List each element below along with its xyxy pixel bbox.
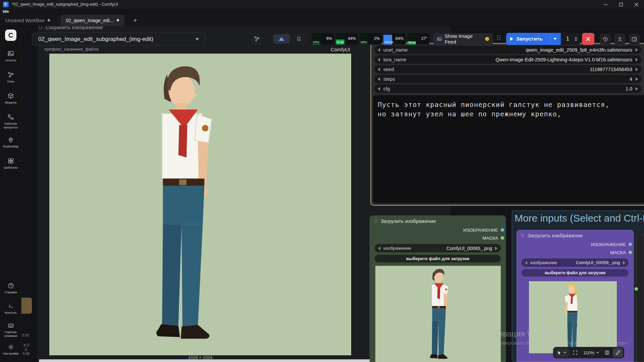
generated-image[interactable] [49, 54, 351, 355]
workflow-selector[interactable]: 02_qwen_Image_edit_subgraphed_(img-edit) [32, 33, 205, 46]
next-value-arrow-icon[interactable] [636, 48, 638, 52]
prev-image-arrow-icon[interactable] [378, 247, 380, 250]
drag-handle[interactable] [497, 35, 501, 40]
sidebar-item-templates[interactable]: Шаблоны [0, 158, 21, 170]
theme-mode-button[interactable] [273, 34, 290, 44]
node-collapse-dot[interactable] [39, 26, 42, 29]
prev-value-arrow-icon[interactable] [378, 48, 380, 52]
sidebar-item-nodesmap[interactable]: NodesMap [0, 136, 21, 148]
run-button[interactable]: Запустить [506, 33, 561, 45]
widget-row-steps[interactable]: steps 4 [374, 75, 641, 83]
sidebar-item-hotkeys[interactable]: Горячие клавиши [0, 322, 21, 338]
widget-value: Qwen-Image-Edit-2509-Lightning-4steps-V1… [495, 57, 632, 62]
cancel-run-button[interactable] [582, 33, 594, 45]
show-image-feed-button[interactable]: Show Image Feed [433, 33, 493, 45]
image-widget-row[interactable]: изображение ComfyUI_00065_.png [375, 244, 501, 252]
widget-row-unet-name[interactable]: unet_name qwen_image_edit_2509_fp8_e4m3f… [374, 46, 641, 54]
node-title-text: Загрузить изображение [528, 233, 583, 238]
fit-view-icon [573, 350, 578, 355]
image-output-port[interactable] [629, 243, 632, 246]
pioneer-man-preview [406, 266, 470, 362]
zoom-level-button[interactable]: 110% [581, 348, 601, 357]
assets-icon [7, 50, 14, 57]
prev-value-arrow-icon[interactable] [378, 68, 380, 71]
decrement-icon[interactable] [575, 40, 577, 41]
comfyui-logo[interactable]: C [5, 29, 16, 41]
image-output-port[interactable] [501, 228, 504, 232]
upload-file-button[interactable]: выберите файл для загрузки [522, 269, 629, 277]
increment-icon[interactable] [575, 37, 577, 39]
temp-meter: Temp 27° [407, 33, 429, 45]
sidebar-item-label: Справка [4, 291, 17, 294]
minimize-button[interactable] [598, 0, 613, 9]
next-image-arrow-icon[interactable] [623, 261, 625, 264]
stat-label: CPU [313, 41, 319, 44]
prompt-textarea[interactable]: Пусть этот красный пионерский галстук не… [373, 95, 644, 203]
canvas-mode-toggle[interactable] [272, 33, 308, 45]
prompt-line: Пусть этот красный пионерский галстук не… [378, 100, 641, 109]
sidebar-item-label: Консоль [5, 311, 17, 315]
canvas-fragment: 8 [7 [23, 343, 30, 347]
node-collapse-dot[interactable] [374, 219, 377, 223]
run-options-chevron-icon[interactable] [553, 38, 557, 40]
prev-value-arrow-icon[interactable] [378, 77, 380, 81]
widget-row-seed[interactable]: seed 1118877715456453 [374, 65, 641, 73]
maximize-icon [619, 3, 623, 6]
canvas-fragment: 0.00 [22, 333, 29, 337]
toggle-links-button[interactable] [613, 348, 623, 357]
next-value-arrow-icon[interactable] [636, 77, 638, 81]
history-button[interactable] [600, 34, 611, 45]
stat-label: VRAM [384, 41, 393, 44]
node-collapse-dot[interactable] [521, 234, 524, 237]
subgraph-nodes-button[interactable] [252, 34, 262, 44]
new-tab-button[interactable]: + [130, 16, 140, 25]
sidebar-item-workflows[interactable]: Рабочие процессы [0, 114, 21, 129]
upload-file-button[interactable]: выберите файл для загрузки [375, 255, 501, 262]
output-label: МАСКА [482, 236, 498, 241]
tab-active-workflow[interactable]: 02_qwen_Image_edi... [60, 15, 124, 26]
widget-name: cfg [383, 86, 390, 92]
minimap-icon [604, 350, 610, 355]
filename-prefix-widget[interactable]: префикс_названия_файла ComfyUI [44, 47, 350, 52]
batch-count-stepper[interactable]: 1 [561, 33, 580, 45]
pointer-tool-button[interactable] [554, 348, 569, 357]
prev-value-arrow-icon[interactable] [378, 87, 380, 90]
bookmark-button[interactable] [291, 34, 307, 44]
sidebar-item-label: Ассеты [5, 59, 16, 62]
sidebar-item-assets[interactable]: Ассеты [0, 50, 21, 62]
next-value-arrow-icon[interactable] [636, 68, 638, 71]
node-header[interactable]: Загрузить изображение [370, 216, 505, 226]
user-account-button[interactable] [614, 34, 626, 45]
next-value-arrow-icon[interactable] [636, 58, 638, 61]
mask-output-port[interactable] [501, 236, 504, 240]
fit-view-button[interactable] [570, 348, 580, 357]
minimap-button[interactable] [602, 348, 612, 357]
prev-value-arrow-icon[interactable] [378, 58, 380, 61]
next-value-arrow-icon[interactable] [636, 87, 638, 90]
mask-output-port[interactable] [629, 251, 632, 254]
widget-row-lora-name[interactable]: lora_name Qwen-Image-Edit-2509-Lightning… [374, 55, 641, 64]
sidebar-item-models[interactable]: Модели [0, 93, 21, 105]
widget-row-cfg[interactable]: cfg 1.0 [374, 84, 641, 93]
sidebar-item-help[interactable]: Справка [0, 283, 21, 294]
templates-icon [7, 158, 14, 164]
widget-value: ComfyUI [331, 47, 350, 52]
sidebar-item-console[interactable]: Консоль [0, 303, 21, 315]
toggle-panel-button[interactable] [629, 34, 640, 45]
prev-image-arrow-icon[interactable] [525, 261, 527, 264]
tab-unsaved-workflow[interactable]: Unsaved Workflow [0, 15, 55, 26]
next-image-arrow-icon[interactable] [495, 247, 497, 250]
widget-name: lora_name [383, 57, 407, 62]
maximize-button[interactable] [613, 0, 629, 9]
image-widget-row[interactable]: изображение ComfyUI_00059_.png [522, 258, 629, 267]
cursor-icon [557, 350, 562, 355]
input-port[interactable] [635, 287, 638, 291]
group-title[interactable]: More inputs (Select and Ctrl-B [515, 213, 644, 224]
sidebar-item-nodes[interactable]: Узлы [0, 71, 21, 83]
node-header[interactable]: Загрузить изображение [517, 230, 633, 240]
close-button[interactable] [629, 0, 644, 9]
image-preview[interactable] [375, 266, 501, 362]
sidebar-item-settings[interactable]: Настройки [0, 344, 21, 356]
output-mask: МАСКА [517, 248, 633, 256]
widget-value: 4 [630, 76, 632, 82]
